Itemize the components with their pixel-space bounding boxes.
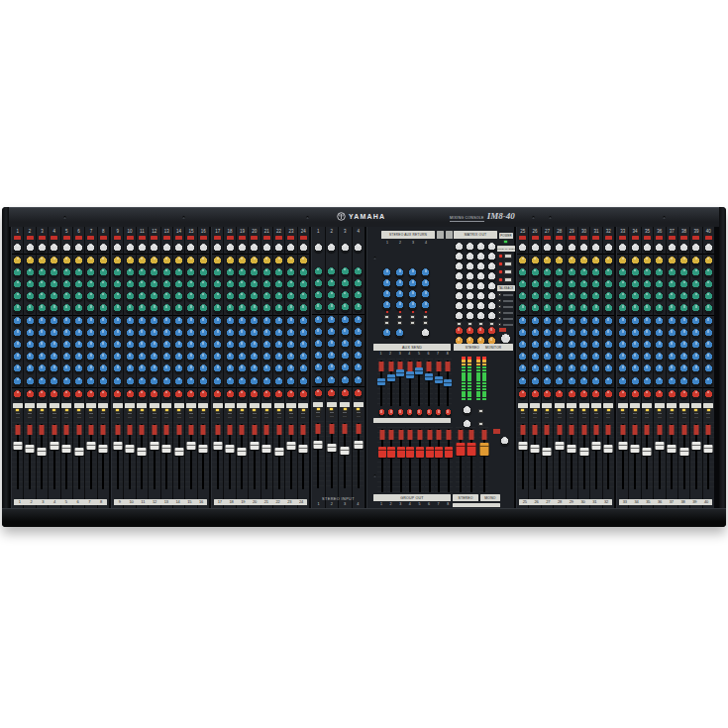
eq-knob[interactable] [250,280,259,289]
aux-send-knob[interactable] [643,317,652,326]
eq-knob[interactable] [213,257,222,265]
on-button[interactable] [669,412,675,415]
pad-switch[interactable] [200,236,207,240]
eq-knob[interactable] [655,292,664,301]
pan-knob[interactable] [591,390,600,399]
eq-knob[interactable] [162,280,171,289]
aux-send-knob[interactable] [341,376,350,385]
aux-send-knob[interactable] [299,353,308,362]
pfl-button[interactable] [342,415,348,418]
eq-knob[interactable] [113,268,122,277]
pan-knob[interactable] [426,409,433,416]
eq-knob[interactable] [99,304,108,313]
aux-send-knob[interactable] [668,364,676,373]
pfl-button[interactable] [39,416,45,419]
aux-send-knob[interactable] [691,329,700,338]
aux-send-knob[interactable] [138,353,147,362]
aux-send-knob[interactable] [62,341,71,350]
matrix-send-knob[interactable] [466,282,474,291]
aux-send-knob[interactable] [86,341,95,350]
aux-send-knob[interactable] [518,317,527,326]
aux-send-knob[interactable] [314,316,323,325]
channel-fader[interactable] [642,422,653,491]
aux-send-knob[interactable] [655,364,664,373]
eq-knob[interactable] [655,268,664,277]
pad-switch[interactable] [532,236,539,240]
eq-knob[interactable] [668,304,676,313]
aux-send-knob[interactable] [341,316,350,325]
pfl-button[interactable] [263,416,269,419]
pan-knob[interactable] [668,390,676,399]
eq-knob[interactable] [543,304,552,313]
pan-knob[interactable] [655,390,664,399]
aux-send-knob[interactable] [13,317,22,326]
pad-switch[interactable] [27,236,34,240]
pan-knob[interactable] [397,409,404,416]
aux-send-knob[interactable] [327,364,336,372]
aux-send-knob[interactable] [354,364,363,372]
aux-send-knob[interactable] [274,329,283,338]
aux-send-knob[interactable] [579,317,588,326]
aux-send-fader[interactable] [377,359,385,408]
eq-knob[interactable] [199,280,208,289]
aux-send-knob[interactable] [199,364,208,373]
aux-send-knob[interactable] [138,317,147,326]
eq-knob[interactable] [199,304,208,313]
eq-knob[interactable] [643,280,652,289]
channel-fader[interactable] [149,422,159,491]
aux-send-knob[interactable] [126,377,135,386]
aux-send-knob[interactable] [631,377,640,386]
pan-knob[interactable] [26,390,35,399]
eq-knob[interactable] [618,280,627,289]
eq-knob[interactable] [126,304,135,313]
pad-switch[interactable] [605,236,612,240]
on-button[interactable] [215,412,221,415]
eq-knob[interactable] [138,280,147,289]
aux-send-knob[interactable] [162,341,171,350]
aux-send-knob[interactable] [250,329,259,338]
aux-send-knob[interactable] [531,317,540,326]
pan-knob[interactable] [555,390,564,399]
eq-knob[interactable] [262,280,271,289]
eq-knob[interactable] [604,268,613,277]
channel-fader[interactable] [690,422,701,491]
matrix-send-knob[interactable] [487,302,496,311]
aux-send-knob[interactable] [126,329,135,338]
eq-knob[interactable] [286,304,295,313]
aux-send-knob[interactable] [531,329,540,338]
aux-send-knob[interactable] [150,353,158,362]
aux-send-knob[interactable] [199,329,208,338]
eq-knob[interactable] [568,268,576,277]
aux-send-knob[interactable] [250,377,259,386]
eq-knob[interactable] [568,280,576,289]
gain-knob[interactable] [113,244,122,253]
aux-send-knob[interactable] [691,317,700,326]
channel-fader[interactable] [530,422,541,491]
pad-switch[interactable] [544,236,551,240]
matrix-send-knob[interactable] [476,312,485,321]
pan-knob[interactable] [691,390,700,399]
aux-send-knob[interactable] [38,341,47,350]
aux-send-knob[interactable] [591,317,600,326]
aux-send-knob[interactable] [543,353,552,362]
on-button[interactable] [315,411,321,414]
aux-send-knob[interactable] [150,317,158,326]
aux-send-knob[interactable] [226,317,235,326]
aux-send-knob[interactable] [531,377,540,386]
aux-send-knob[interactable] [655,341,664,350]
aux-send-knob[interactable] [274,341,283,350]
pad-switch[interactable] [239,236,246,240]
pfl-button[interactable] [100,416,106,419]
group-out-fader[interactable] [387,427,396,494]
aux-send-knob[interactable] [286,329,295,338]
eq-knob[interactable] [691,292,700,301]
aux-send-knob[interactable] [262,329,271,338]
eq-knob[interactable] [655,280,664,289]
eq-knob[interactable] [618,257,627,265]
on-button[interactable] [693,412,699,415]
aux-send-knob[interactable] [62,377,71,386]
channel-fader[interactable] [112,422,123,491]
eq-knob[interactable] [250,304,259,313]
eq-knob[interactable] [162,304,171,313]
pan-knob[interactable] [568,390,576,399]
